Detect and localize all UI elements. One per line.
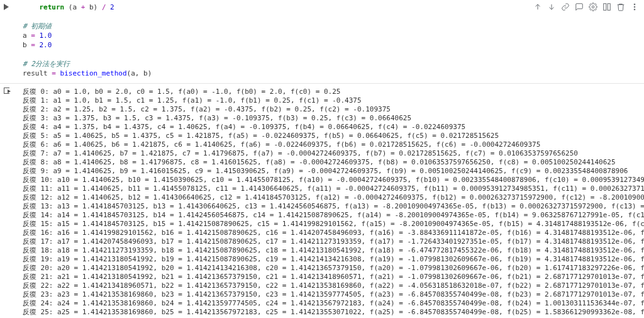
- svg-point-0: [592, 6, 594, 8]
- svg-rect-1: [604, 4, 606, 11]
- delete-icon[interactable]: [616, 3, 625, 13]
- code-cell[interactable]: return (a + b) / 2 # 初期値 a = 1.0 b = 2.0…: [23, 0, 152, 83]
- mirror-icon[interactable]: [602, 3, 611, 13]
- comment-icon[interactable]: [575, 3, 584, 13]
- svg-point-3: [634, 4, 635, 5]
- link-icon[interactable]: [561, 3, 570, 13]
- output-area: 反復 0: a0 = 1.0, b0 = 2.0, c0 = 1.5, f(a0…: [23, 84, 644, 318]
- output-icon: [4, 88, 13, 94]
- move-up-icon[interactable]: [533, 3, 542, 13]
- svg-point-5: [634, 9, 635, 10]
- more-icon[interactable]: [630, 3, 639, 13]
- gear-icon[interactable]: [589, 3, 597, 13]
- run-cell-icon[interactable]: [4, 4, 9, 10]
- svg-point-4: [634, 6, 635, 8]
- svg-rect-2: [608, 4, 610, 11]
- move-down-icon[interactable]: [547, 3, 556, 13]
- cell-toolbar: [533, 3, 639, 13]
